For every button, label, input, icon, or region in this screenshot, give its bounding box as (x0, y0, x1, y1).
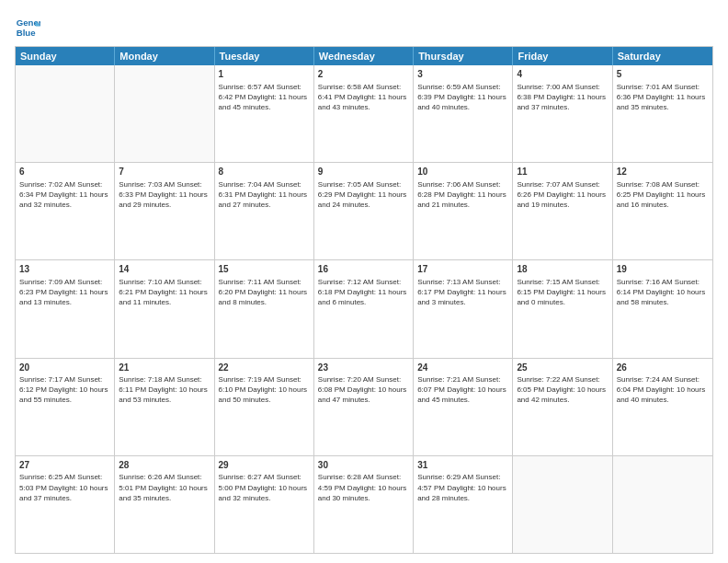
weekday-header: Friday (513, 47, 612, 65)
cell-info: Sunrise: 7:18 AM Sunset: 6:11 PM Dayligh… (119, 374, 210, 406)
day-number: 10 (417, 166, 508, 178)
page: General Blue SundayMondayTuesdayWednesda… (0, 0, 728, 563)
calendar-cell: 31Sunrise: 6:29 AM Sunset: 4:57 PM Dayli… (414, 456, 513, 553)
cell-info: Sunrise: 6:27 AM Sunset: 5:00 PM Dayligh… (219, 472, 310, 503)
day-number: 26 (617, 362, 709, 374)
day-number: 2 (318, 68, 409, 81)
calendar-cell: 23Sunrise: 7:20 AM Sunset: 6:08 PM Dayli… (314, 359, 414, 455)
calendar-cell: 12Sunrise: 7:08 AM Sunset: 6:25 PM Dayli… (613, 163, 712, 259)
cell-info: Sunrise: 7:07 AM Sunset: 6:26 PM Dayligh… (517, 179, 608, 211)
calendar-cell: 14Sunrise: 7:10 AM Sunset: 6:21 PM Dayli… (115, 260, 214, 357)
cell-info: Sunrise: 7:03 AM Sunset: 6:33 PM Dayligh… (119, 179, 210, 211)
calendar-row: 27Sunrise: 6:25 AM Sunset: 5:03 PM Dayli… (16, 455, 712, 553)
calendar-cell: 15Sunrise: 7:11 AM Sunset: 6:20 PM Dayli… (215, 260, 314, 357)
weekday-header: Monday (115, 47, 214, 65)
calendar-cell (513, 456, 612, 553)
calendar-cell (115, 65, 214, 162)
calendar-row: 1Sunrise: 6:57 AM Sunset: 6:42 PM Daylig… (16, 65, 712, 162)
cell-info: Sunrise: 7:05 AM Sunset: 6:29 PM Dayligh… (318, 179, 409, 211)
day-number: 1 (219, 68, 310, 81)
day-number: 28 (119, 459, 210, 472)
cell-info: Sunrise: 7:02 AM Sunset: 6:34 PM Dayligh… (19, 179, 110, 211)
day-number: 16 (318, 263, 409, 276)
calendar-cell: 2Sunrise: 6:58 AM Sunset: 6:41 PM Daylig… (314, 65, 414, 162)
cell-info: Sunrise: 7:21 AM Sunset: 6:07 PM Dayligh… (417, 374, 508, 406)
cell-info: Sunrise: 7:15 AM Sunset: 6:15 PM Dayligh… (517, 277, 608, 308)
header: General Blue (15, 15, 713, 40)
day-number: 27 (19, 459, 110, 472)
calendar-cell (613, 456, 712, 553)
calendar-cell: 26Sunrise: 7:24 AM Sunset: 6:04 PM Dayli… (613, 359, 712, 455)
day-number: 9 (318, 166, 409, 178)
calendar-cell: 10Sunrise: 7:06 AM Sunset: 6:28 PM Dayli… (414, 163, 513, 259)
calendar-cell: 13Sunrise: 7:09 AM Sunset: 6:23 PM Dayli… (16, 260, 115, 357)
calendar-cell: 3Sunrise: 6:59 AM Sunset: 6:39 PM Daylig… (414, 65, 513, 162)
calendar-cell (16, 65, 115, 162)
calendar-cell: 7Sunrise: 7:03 AM Sunset: 6:33 PM Daylig… (115, 163, 214, 259)
cell-info: Sunrise: 7:22 AM Sunset: 6:05 PM Dayligh… (517, 374, 608, 406)
cell-info: Sunrise: 6:58 AM Sunset: 6:41 PM Dayligh… (318, 82, 409, 113)
cell-info: Sunrise: 7:17 AM Sunset: 6:12 PM Dayligh… (19, 374, 110, 406)
day-number: 18 (517, 263, 608, 276)
day-number: 19 (617, 263, 709, 276)
cell-info: Sunrise: 6:26 AM Sunset: 5:01 PM Dayligh… (119, 472, 210, 503)
day-number: 17 (417, 263, 508, 276)
calendar-cell: 27Sunrise: 6:25 AM Sunset: 5:03 PM Dayli… (16, 456, 115, 553)
day-number: 5 (617, 68, 709, 81)
cell-info: Sunrise: 6:59 AM Sunset: 6:39 PM Dayligh… (417, 82, 508, 113)
calendar-row: 6Sunrise: 7:02 AM Sunset: 6:34 PM Daylig… (16, 162, 712, 259)
day-number: 7 (119, 166, 210, 178)
calendar-cell: 16Sunrise: 7:12 AM Sunset: 6:18 PM Dayli… (314, 260, 414, 357)
cell-info: Sunrise: 7:10 AM Sunset: 6:21 PM Dayligh… (119, 277, 210, 308)
day-number: 6 (19, 166, 110, 178)
calendar-cell: 11Sunrise: 7:07 AM Sunset: 6:26 PM Dayli… (513, 163, 612, 259)
day-number: 23 (318, 362, 409, 374)
weekday-header: Wednesday (314, 47, 414, 65)
day-number: 30 (318, 459, 409, 472)
day-number: 31 (417, 459, 508, 472)
cell-info: Sunrise: 7:19 AM Sunset: 6:10 PM Dayligh… (219, 374, 310, 406)
weekday-header: Sunday (16, 47, 115, 65)
calendar-cell: 8Sunrise: 7:04 AM Sunset: 6:31 PM Daylig… (215, 163, 314, 259)
day-number: 25 (517, 362, 608, 374)
day-number: 4 (517, 68, 608, 81)
calendar-cell: 19Sunrise: 7:16 AM Sunset: 6:14 PM Dayli… (613, 260, 712, 357)
logo: General Blue (15, 15, 44, 40)
calendar-cell: 25Sunrise: 7:22 AM Sunset: 6:05 PM Dayli… (513, 359, 612, 455)
calendar-cell: 4Sunrise: 7:00 AM Sunset: 6:38 PM Daylig… (513, 65, 612, 162)
weekday-header: Thursday (414, 47, 513, 65)
calendar-cell: 20Sunrise: 7:17 AM Sunset: 6:12 PM Dayli… (16, 359, 115, 455)
day-number: 15 (219, 263, 310, 276)
calendar-cell: 22Sunrise: 7:19 AM Sunset: 6:10 PM Dayli… (215, 359, 314, 455)
day-number: 13 (19, 263, 110, 276)
day-number: 8 (219, 166, 310, 178)
day-number: 21 (119, 362, 210, 374)
cell-info: Sunrise: 7:20 AM Sunset: 6:08 PM Dayligh… (318, 374, 409, 406)
cell-info: Sunrise: 7:09 AM Sunset: 6:23 PM Dayligh… (19, 277, 110, 308)
calendar-cell: 21Sunrise: 7:18 AM Sunset: 6:11 PM Dayli… (115, 359, 214, 455)
calendar-cell: 6Sunrise: 7:02 AM Sunset: 6:34 PM Daylig… (16, 163, 115, 259)
calendar-cell: 17Sunrise: 7:13 AM Sunset: 6:17 PM Dayli… (414, 260, 513, 357)
calendar-cell: 24Sunrise: 7:21 AM Sunset: 6:07 PM Dayli… (414, 359, 513, 455)
day-number: 3 (417, 68, 508, 81)
cell-info: Sunrise: 7:24 AM Sunset: 6:04 PM Dayligh… (617, 374, 709, 406)
calendar-cell: 30Sunrise: 6:28 AM Sunset: 4:59 PM Dayli… (314, 456, 414, 553)
calendar-row: 13Sunrise: 7:09 AM Sunset: 6:23 PM Dayli… (16, 259, 712, 357)
cell-info: Sunrise: 6:28 AM Sunset: 4:59 PM Dayligh… (318, 472, 409, 503)
day-number: 20 (19, 362, 110, 374)
weekday-header: Saturday (613, 47, 712, 65)
logo-icon: General Blue (15, 15, 40, 40)
day-number: 29 (219, 459, 310, 472)
day-number: 11 (517, 166, 608, 178)
cell-info: Sunrise: 7:01 AM Sunset: 6:36 PM Dayligh… (617, 82, 709, 113)
calendar-header: SundayMondayTuesdayWednesdayThursdayFrid… (16, 47, 712, 65)
calendar-cell: 28Sunrise: 6:26 AM Sunset: 5:01 PM Dayli… (115, 456, 214, 553)
cell-info: Sunrise: 7:12 AM Sunset: 6:18 PM Dayligh… (318, 277, 409, 308)
calendar: SundayMondayTuesdayWednesdayThursdayFrid… (15, 46, 713, 554)
cell-info: Sunrise: 6:57 AM Sunset: 6:42 PM Dayligh… (219, 82, 310, 113)
calendar-cell: 5Sunrise: 7:01 AM Sunset: 6:36 PM Daylig… (613, 65, 712, 162)
calendar-body: 1Sunrise: 6:57 AM Sunset: 6:42 PM Daylig… (16, 65, 712, 553)
cell-info: Sunrise: 7:08 AM Sunset: 6:25 PM Dayligh… (617, 179, 709, 211)
calendar-row: 20Sunrise: 7:17 AM Sunset: 6:12 PM Dayli… (16, 358, 712, 455)
calendar-cell: 29Sunrise: 6:27 AM Sunset: 5:00 PM Dayli… (215, 456, 314, 553)
